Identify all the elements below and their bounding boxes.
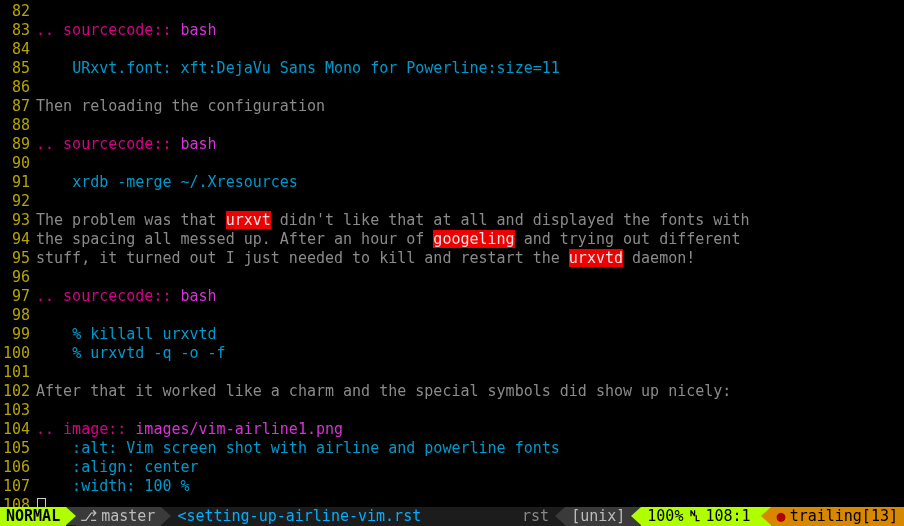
line-content[interactable]: the spacing all messed up. After an hour… (36, 230, 904, 249)
code-line[interactable]: 90 (0, 154, 904, 173)
code-line[interactable]: 108 (0, 496, 904, 507)
code-line[interactable]: 104.. image:: images/vim-airline1.png (0, 420, 904, 439)
line-content[interactable]: Then reloading the configuration (36, 97, 904, 116)
code-line[interactable]: 82 (0, 2, 904, 21)
code-line[interactable]: 96 (0, 268, 904, 287)
fileformat-segment: [unix] (565, 507, 631, 526)
line-content[interactable] (36, 116, 904, 135)
prose-text: the spacing all messed up. After an hour… (36, 230, 433, 248)
line-content[interactable] (36, 401, 904, 420)
line-content[interactable]: :alt: Vim screen shot with airline and p… (36, 439, 904, 458)
line-content[interactable] (36, 78, 904, 97)
warning-bullet-icon: ● (777, 507, 786, 526)
line-number: 105 (0, 439, 36, 458)
code-line[interactable]: 83.. sourcecode:: bash (0, 21, 904, 40)
prose-text: The problem was that (36, 211, 226, 229)
line-number: 83 (0, 21, 36, 40)
code-line[interactable]: 93The problem was that urxvt didn't like… (0, 211, 904, 230)
code-line[interactable]: 84 (0, 40, 904, 59)
rst-directive: .. sourcecode:: (36, 287, 181, 305)
line-content[interactable]: After that it worked like a charm and th… (36, 382, 904, 401)
line-content[interactable]: % killall urxvtd (36, 325, 904, 344)
code-line[interactable]: 86 (0, 78, 904, 97)
line-content[interactable]: .. sourcecode:: bash (36, 287, 904, 306)
separator-icon (66, 507, 76, 525)
line-content[interactable] (36, 363, 904, 382)
line-content[interactable] (36, 2, 904, 21)
rst-directive-arg: images/vim-airline1.png (135, 420, 343, 438)
line-number: 93 (0, 211, 36, 230)
line-number: 88 (0, 116, 36, 135)
line-number: 108 (0, 496, 36, 507)
code-line[interactable]: 102After that it worked like a charm and… (0, 382, 904, 401)
line-number: 82 (0, 2, 36, 21)
code-line[interactable]: 100 % urxvtd -q -o -f (0, 344, 904, 363)
code-line[interactable]: 95stuff, it turned out I just needed to … (0, 249, 904, 268)
prose-text: After that it worked like a charm and th… (36, 382, 731, 400)
line-content[interactable]: .. sourcecode:: bash (36, 135, 904, 154)
prose-text: stuff, it turned out I just needed to ki… (36, 249, 569, 267)
line-content[interactable] (36, 40, 904, 59)
line-content[interactable]: % urxvtd -q -o -f (36, 344, 904, 363)
file-truncate-marker: < (177, 507, 186, 526)
separator-icon (555, 507, 565, 526)
mode-text: NORMAL (6, 507, 60, 526)
code-line[interactable]: 105 :alt: Vim screen shot with airline a… (0, 439, 904, 458)
line-content[interactable]: :align: center (36, 458, 904, 477)
percent-text: 100% (647, 507, 683, 526)
line-number: 103 (0, 401, 36, 420)
line-content[interactable]: :width: 100 % (36, 477, 904, 496)
line-number: 91 (0, 173, 36, 192)
code-line[interactable]: 88 (0, 116, 904, 135)
code-line[interactable]: 107 :width: 100 % (0, 477, 904, 496)
line-content[interactable]: stuff, it turned out I just needed to ki… (36, 249, 904, 268)
editor-pane[interactable]: 8283.. sourcecode:: bash8485 URxvt.font:… (0, 0, 904, 507)
line-content[interactable] (36, 496, 904, 507)
prose-text: Then reloading the configuration (36, 97, 325, 115)
code-line[interactable]: 98 (0, 306, 904, 325)
line-number: 97 (0, 287, 36, 306)
code-line[interactable]: 97.. sourcecode:: bash (0, 287, 904, 306)
filename-segment: <setting-up-airline-vim.rst (171, 507, 427, 526)
line-content[interactable] (36, 154, 904, 173)
code-line[interactable]: 87Then reloading the configuration (0, 97, 904, 116)
line-content[interactable] (36, 306, 904, 325)
rst-directive: .. sourcecode:: (36, 21, 181, 39)
code-line[interactable]: 85 URxvt.font: xft:DejaVu Sans Mono for … (0, 59, 904, 78)
spell-error: urxvt (226, 211, 271, 229)
status-spacer (427, 507, 516, 526)
line-number: 100 (0, 344, 36, 363)
line-content[interactable]: .. sourcecode:: bash (36, 21, 904, 40)
rst-directive-arg: bash (181, 287, 217, 305)
line-content[interactable]: The problem was that urxvt didn't like t… (36, 211, 904, 230)
col-number: 1 (742, 507, 751, 526)
code-line[interactable]: 89.. sourcecode:: bash (0, 135, 904, 154)
branch-icon: ⎇ (80, 507, 97, 526)
rst-directive: .. sourcecode:: (36, 135, 181, 153)
code-line[interactable]: 94the spacing all messed up. After an ho… (0, 230, 904, 249)
fileformat-text: [unix] (571, 507, 625, 526)
trailing-text: trailing[13] (790, 507, 898, 526)
line-number: 90 (0, 154, 36, 173)
line-content[interactable]: URxvt.font: xft:DejaVu Sans Mono for Pow… (36, 59, 904, 78)
prose-text: and trying out different (515, 230, 741, 248)
code-line[interactable]: 99 % killall urxvtd (0, 325, 904, 344)
line-content[interactable]: xrdb -merge ~/.Xresources (36, 173, 904, 192)
line-number: 84 (0, 40, 36, 59)
line-number: 86 (0, 78, 36, 97)
rst-directive-arg: bash (181, 135, 217, 153)
line-number: 85 (0, 59, 36, 78)
code-line[interactable]: 101 (0, 363, 904, 382)
code-line[interactable]: 92 (0, 192, 904, 211)
line-number: 95 (0, 249, 36, 268)
branch-name: master (101, 507, 155, 526)
code-literal: % killall urxvtd (72, 325, 217, 343)
code-line[interactable]: 103 (0, 401, 904, 420)
line-number: 106 (0, 458, 36, 477)
line-content[interactable] (36, 192, 904, 211)
code-literal: xrdb -merge ~/.Xresources (72, 173, 298, 191)
code-line[interactable]: 91 xrdb -merge ~/.Xresources (0, 173, 904, 192)
line-content[interactable]: .. image:: images/vim-airline1.png (36, 420, 904, 439)
code-line[interactable]: 106 :align: center (0, 458, 904, 477)
line-content[interactable] (36, 268, 904, 287)
